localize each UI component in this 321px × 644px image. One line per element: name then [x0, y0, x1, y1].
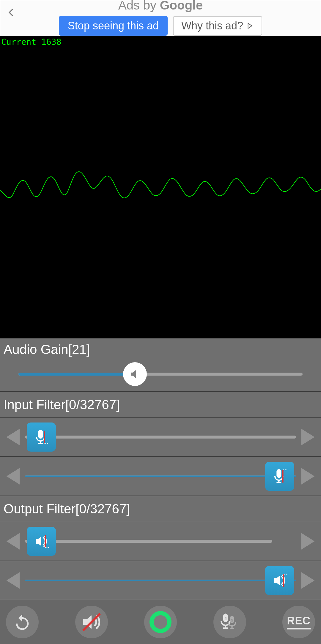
waveform-plot	[0, 36, 321, 338]
output-low-thumb[interactable]	[27, 527, 56, 556]
speaker-muted-icon	[80, 611, 103, 633]
why-this-ad-label: Why this ad?	[181, 20, 243, 32]
input-filter-high-row	[0, 457, 321, 496]
svg-text:1: 1	[224, 616, 227, 621]
audio-gain-label: Audio Gain[21]	[4, 342, 317, 357]
record-button[interactable]: REC	[282, 606, 315, 638]
speaker-icon	[129, 368, 141, 380]
output-filter-low-row	[0, 522, 321, 561]
input-high-thumb[interactable]	[265, 462, 294, 491]
output-high-decrement-button[interactable]	[3, 569, 23, 592]
ring-icon	[150, 611, 171, 633]
bottom-toolbar: 1 2 REC	[0, 600, 321, 644]
why-this-ad-button[interactable]: Why this ad?	[173, 16, 262, 36]
reset-button[interactable]	[6, 606, 39, 638]
output-filter-label: Output Filter[0/32767]	[0, 496, 321, 522]
svg-rect-0	[38, 430, 43, 439]
output-low-increment-button[interactable]	[298, 530, 318, 553]
input-low-increment-button[interactable]	[298, 425, 318, 449]
mute-button[interactable]	[75, 606, 108, 638]
mic-select-button[interactable]: 1 2	[213, 606, 246, 638]
monitor-button[interactable]	[144, 606, 177, 638]
stop-seeing-ad-button[interactable]: Stop seeing this ad	[59, 16, 168, 36]
speaker-low-icon	[32, 532, 51, 551]
gain-thumb[interactable]	[123, 362, 147, 386]
google-brand-text: Google	[160, 0, 203, 12]
svg-text:2: 2	[231, 618, 233, 622]
controls-panel: Audio Gain[21] Input Filter[0/32767]	[0, 338, 321, 644]
mic-low-icon	[32, 428, 51, 447]
output-high-slider[interactable]	[25, 566, 296, 595]
input-low-slider[interactable]	[25, 423, 296, 452]
mic-high-icon	[270, 467, 289, 486]
ads-by-text: Ads by	[118, 0, 160, 12]
undo-icon	[13, 613, 32, 632]
adchoices-icon	[246, 22, 254, 30]
output-low-slider[interactable]	[25, 527, 296, 556]
output-high-thumb[interactable]	[265, 566, 294, 595]
output-filter-high-row	[0, 561, 321, 600]
ad-buttons-row: Stop seeing this ad Why this ad?	[59, 16, 262, 36]
ad-banner: Ads by Google Stop seeing this ad Why th…	[0, 0, 321, 36]
slider-fill	[18, 373, 135, 376]
waveform-display: Current 1638	[0, 36, 321, 338]
input-low-decrement-button[interactable]	[3, 425, 23, 449]
input-filter-label: Input Filter[0/32767]	[0, 392, 321, 417]
rec-label: REC	[287, 615, 310, 629]
input-low-thumb[interactable]	[27, 423, 56, 452]
input-high-decrement-button[interactable]	[3, 465, 23, 488]
ads-by-google-label: Ads by Google	[118, 0, 203, 12]
svg-rect-2	[277, 469, 281, 478]
input-high-increment-button[interactable]	[298, 465, 318, 488]
dual-mic-icon: 1 2	[218, 611, 241, 633]
speaker-high-icon	[270, 571, 289, 590]
input-filter-low-row	[0, 417, 321, 457]
audio-gain-section: Audio Gain[21]	[0, 338, 321, 392]
back-arrow-icon[interactable]	[6, 7, 17, 19]
input-high-slider[interactable]	[25, 462, 296, 491]
output-high-increment-button[interactable]	[298, 569, 318, 592]
audio-gain-slider[interactable]	[18, 362, 303, 386]
output-low-decrement-button[interactable]	[3, 530, 23, 553]
